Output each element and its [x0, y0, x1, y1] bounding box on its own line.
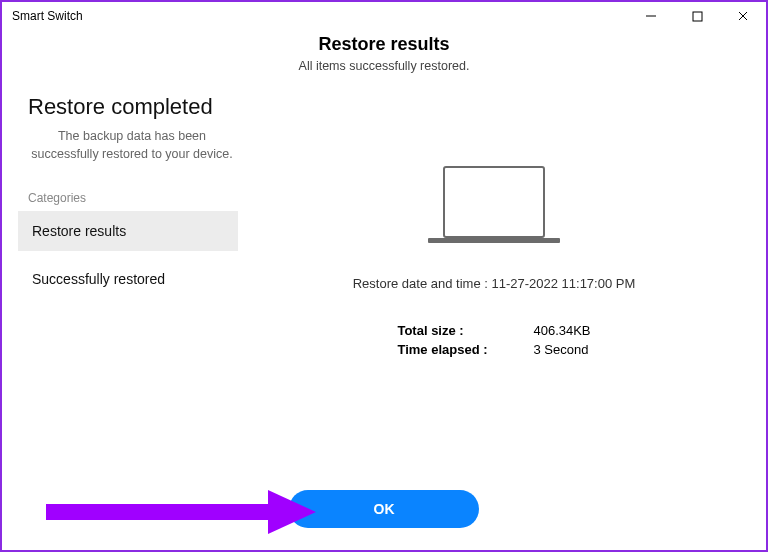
close-button[interactable]	[720, 2, 766, 30]
main-area: Restore date and time : 11-27-2022 11:17…	[242, 34, 766, 550]
svg-rect-1	[693, 12, 702, 21]
stat-value: 3 Second	[533, 342, 588, 357]
page-subtitle: All items successfully restored.	[2, 59, 766, 73]
category-label: Restore results	[32, 223, 126, 239]
footer: OK	[2, 490, 766, 528]
stat-label: Total size :	[397, 323, 493, 338]
restore-date-prefix: Restore date and time :	[353, 276, 492, 291]
ok-button[interactable]: OK	[289, 490, 479, 528]
maximize-button[interactable]	[674, 2, 720, 30]
titlebar: Smart Switch	[2, 2, 766, 30]
close-icon	[737, 10, 749, 22]
category-successfully-restored[interactable]: Successfully restored	[28, 259, 236, 299]
maximize-icon	[692, 11, 703, 22]
sidebar-heading: Restore completed	[28, 94, 236, 120]
category-restore-results[interactable]: Restore results	[18, 211, 238, 251]
svg-rect-4	[444, 167, 544, 237]
sidebar-description: The backup data has been successfully re…	[28, 128, 236, 163]
content-area: Restore completed The backup data has be…	[2, 30, 766, 550]
window-title: Smart Switch	[12, 9, 83, 23]
stat-time-elapsed: Time elapsed : 3 Second	[397, 342, 590, 357]
stats-block: Total size : 406.34KB Time elapsed : 3 S…	[397, 323, 590, 357]
page-header: Restore results All items successfully r…	[2, 34, 766, 73]
restore-date-value: 11-27-2022 11:17:00 PM	[491, 276, 635, 291]
sidebar: Restore completed The backup data has be…	[2, 34, 242, 550]
stat-value: 406.34KB	[533, 323, 590, 338]
stat-total-size: Total size : 406.34KB	[397, 323, 590, 338]
svg-rect-5	[428, 238, 560, 243]
app-window: Smart Switch Restore results All items s…	[0, 0, 768, 552]
window-controls	[628, 2, 766, 30]
category-label: Successfully restored	[32, 271, 165, 287]
page-title: Restore results	[2, 34, 766, 55]
categories-label: Categories	[28, 191, 236, 205]
minimize-button[interactable]	[628, 2, 674, 30]
laptop-icon	[414, 162, 574, 252]
minimize-icon	[645, 10, 657, 22]
restore-date-line: Restore date and time : 11-27-2022 11:17…	[353, 276, 636, 291]
stat-label: Time elapsed :	[397, 342, 493, 357]
